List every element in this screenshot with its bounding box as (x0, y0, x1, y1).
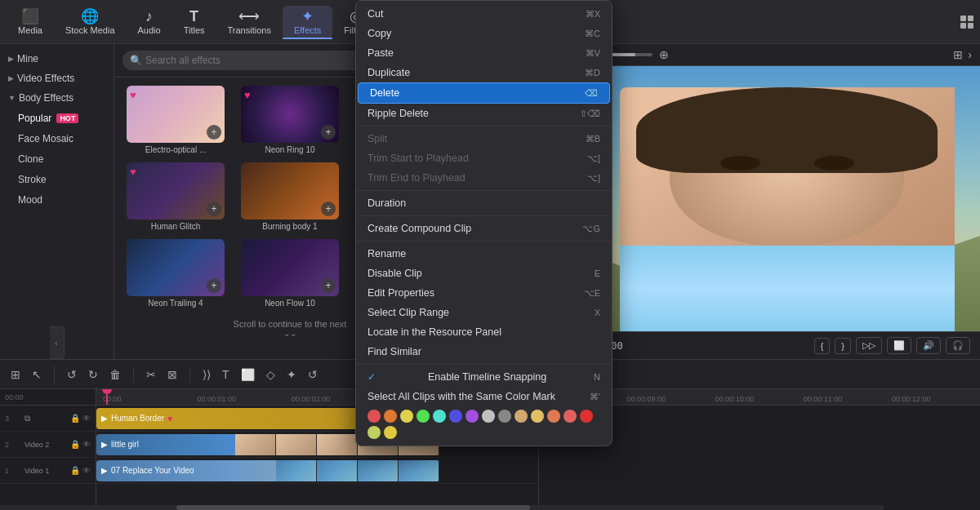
color-dot-tan[interactable] (514, 410, 528, 423)
color-dot-green[interactable] (416, 410, 430, 423)
menu-duplicate[interactable]: Duplicate ⌘D (356, 63, 612, 82)
sidebar-item-popular[interactable]: Popular HOT (5, 109, 109, 128)
toolbar-transitions[interactable]: ⟷ Transitions (216, 6, 283, 38)
menu-find-similar[interactable]: Find Similar (356, 342, 612, 361)
menu-rename[interactable]: Rename (356, 244, 612, 264)
color-dot-red-light[interactable] (564, 410, 577, 423)
track-2-eye[interactable]: 👁 (82, 440, 91, 449)
effect-add-neon-ring-10[interactable]: + (321, 125, 336, 140)
color-dot-yellow[interactable] (400, 410, 413, 423)
color-dot-orange[interactable] (384, 410, 397, 423)
color-dot-purple[interactable] (466, 410, 479, 423)
tl-undo-icon[interactable]: ↺ (65, 366, 79, 384)
menu-locate-resource[interactable]: Locate in the Resource Panel (356, 322, 612, 342)
collapse-sidebar-button[interactable]: ‹ (50, 326, 65, 359)
menu-delete[interactable]: Delete ⌫ (358, 82, 610, 104)
sidebar-item-stroke[interactable]: Stroke (5, 170, 109, 189)
sidebar-item-face-mosaic[interactable]: Face Mosaic (5, 129, 109, 149)
effect-add-neon-trailing[interactable]: + (207, 278, 221, 293)
tl-grid-icon[interactable]: ⊞ (8, 366, 23, 384)
color-dot-blue[interactable] (449, 410, 462, 423)
media-icon: ⬛ (21, 9, 39, 24)
tl-refresh-icon[interactable]: ↺ (305, 366, 320, 384)
playback-btn[interactable]: ▷▷ (856, 337, 882, 354)
zoom-in-icon[interactable]: ⊕ (659, 48, 669, 61)
sidebar-group-mine[interactable]: ▶ Mine (0, 49, 114, 69)
color-dot-light-gray[interactable] (482, 410, 495, 423)
sidebar-item-mood[interactable]: Mood (5, 190, 109, 210)
layout-icon[interactable]: ⊞ (953, 48, 963, 61)
track-1-lock[interactable]: 🔒 (70, 466, 80, 475)
toolbar-titles[interactable]: T Titles (172, 6, 216, 38)
bracket-right-button[interactable]: } (835, 338, 851, 354)
menu-disable-clip[interactable]: Disable Clip E (356, 264, 612, 283)
sidebar-group-body-effects[interactable]: ▼ Body Effects (0, 88, 114, 108)
tl-cursor-icon[interactable]: ↖ (29, 366, 44, 384)
track-3-lock[interactable]: 🔒 (70, 414, 80, 423)
track-2-lock[interactable]: 🔒 (70, 440, 80, 449)
bracket-left-button[interactable]: { (814, 338, 831, 354)
menu-compound[interactable]: Create Compound Clip ⌥G (356, 219, 612, 238)
effect-neon-ring-10[interactable]: ♥ + Neon Ring 10 (235, 84, 345, 156)
track-3-icons: 🔒 👁 (70, 414, 91, 423)
menu-duration[interactable]: Duration (356, 193, 612, 213)
effect-electro-optical[interactable]: ♥ + Electro-optical ... (121, 84, 230, 156)
horizontal-scrollbar[interactable] (0, 505, 884, 510)
menu-ripple-delete[interactable]: Ripple Delete ⇧⌫ (356, 104, 612, 123)
menu-copy[interactable]: Copy ⌘C (356, 24, 612, 43)
tl-clip-icon[interactable]: ⬜ (238, 366, 257, 384)
tl-cut-icon[interactable]: ✂ (144, 366, 158, 384)
toolbar-audio[interactable]: ♪ Audio (127, 6, 172, 38)
tl-crop-icon[interactable]: ⊠ (165, 366, 180, 384)
clip-replace-video[interactable]: ▶ 07 Replace Your Video (96, 460, 439, 481)
menu-cut[interactable]: Cut ⌘X (356, 4, 612, 24)
effect-neon-trailing[interactable]: + Neon Trailing 4 (121, 237, 230, 309)
more-icon[interactable]: › (968, 48, 972, 61)
audio-btn[interactable]: 🔊 (916, 337, 941, 354)
menu-select-range[interactable]: Select Clip Range X (356, 303, 612, 322)
scrollbar-thumb[interactable] (176, 505, 530, 510)
effect-add-electro[interactable]: + (207, 125, 221, 140)
tl-speed-icon[interactable]: ⟩⟩ (200, 366, 213, 384)
effect-add-neon-flow-10[interactable]: + (321, 278, 336, 293)
sidebar-group-video-effects[interactable]: ▶ Video Effects (0, 69, 114, 88)
toolbar-right (960, 16, 973, 29)
menu-paste[interactable]: Paste ⌘V (356, 43, 612, 63)
screen-btn[interactable]: ⬜ (887, 337, 911, 354)
tl-text-icon[interactable]: T (220, 366, 232, 384)
tl-trash-icon[interactable]: 🗑 (107, 366, 123, 384)
effect-burning-body[interactable]: + Burning body 1 (235, 161, 345, 233)
playhead[interactable] (106, 389, 108, 405)
color-dot-red[interactable] (580, 410, 593, 423)
effect-add-burning-body[interactable]: + (321, 202, 336, 216)
toolbar-stock-media[interactable]: 🌐 Stock Media (54, 6, 127, 38)
toolbar-media[interactable]: ⬛ Media (7, 6, 54, 38)
color-dot-yellow-green[interactable] (368, 426, 381, 439)
tl-redo-icon[interactable]: ↻ (86, 366, 100, 384)
color-dot-salmon[interactable] (547, 410, 560, 423)
color-dot-pink[interactable] (368, 410, 381, 423)
headphones-btn[interactable]: 🎧 (946, 337, 970, 354)
compound-shortcut: ⌥G (582, 224, 600, 234)
color-dot-teal[interactable] (433, 410, 446, 423)
track-3-eye[interactable]: 👁 (82, 414, 91, 423)
grid-layout-icon[interactable] (960, 16, 973, 29)
tl-shape-icon[interactable]: ◇ (264, 366, 278, 384)
effect-neon-flow-10[interactable]: + Neon Flow 10 (235, 237, 345, 309)
tl-magic-icon[interactable]: ✦ (284, 366, 299, 384)
menu-snapping[interactable]: ✓ Enable Timeline Snapping N (356, 367, 612, 387)
effect-thumb-neon-ring-10: ♥ + (241, 86, 339, 143)
sidebar-item-clone[interactable]: Clone (5, 149, 109, 169)
menu-edit-properties[interactable]: Edit Properties ⌥E (356, 283, 612, 303)
color-dot-gold[interactable] (531, 410, 544, 423)
color-dot-gray[interactable] (498, 410, 511, 423)
track-1-eye[interactable]: 👁 (82, 466, 91, 475)
color-dot-amber[interactable] (384, 426, 397, 439)
toolbar-effects[interactable]: ✦ Effects (283, 6, 332, 38)
menu-same-color[interactable]: Select All Clips with the Same Color Mar… (356, 387, 612, 406)
right-mark-12: 00:00:12:00 (892, 395, 931, 403)
menu-ripple-delete-label: Ripple Delete (368, 108, 429, 119)
effect-label-burning-body: Burning body 1 (262, 222, 317, 231)
effect-add-human-glitch[interactable]: + (207, 202, 221, 216)
effect-human-glitch[interactable]: ♥ + Human Glitch (121, 161, 230, 233)
